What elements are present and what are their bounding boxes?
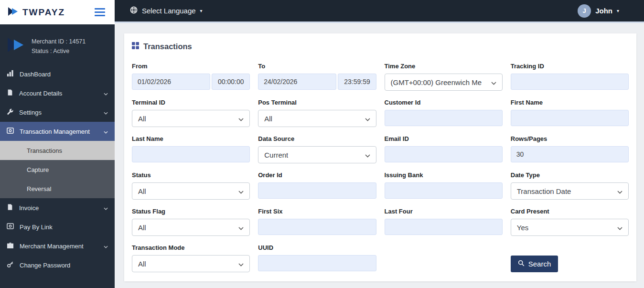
brand-logo-icon [8,7,19,18]
chevron-down-icon [491,78,496,86]
chevron-down-icon [104,204,108,212]
sidebar-item-label: Account Details [19,90,62,97]
sidebar-item-merchant-management[interactable]: Merchant Management [0,236,115,256]
chevron-down-icon [617,224,623,232]
sidebar-nav: DashBoard Account Details Settings Trans… [0,64,115,288]
sidebar-item-label: Invoice [19,204,39,212]
page-title-text: Transactions [143,42,192,51]
field-pos-terminal: Pos Terminal All [258,99,376,127]
hamburger-menu-icon[interactable] [93,6,107,18]
chevron-down-icon: ▾ [617,9,619,13]
field-label: Terminal ID [132,99,250,106]
date-type-select[interactable]: Transaction Date [511,182,629,200]
sidebar-item-invoice[interactable]: Invoice [0,198,115,217]
field-label: Card Present [511,208,629,215]
from-date-input[interactable] [132,74,210,90]
search-button[interactable]: Search [511,256,558,272]
brand-name: TWPAYZ [22,7,65,18]
bar-chart-icon [7,70,14,78]
chevron-down-icon [617,187,623,195]
transactions-card: Transactions From To [124,33,636,281]
merchant-info: Merchant ID : 14571 Status : Active [0,24,115,64]
uuid-input[interactable] [258,255,376,271]
terminal-id-select[interactable]: All [132,110,250,127]
field-to: To [258,63,376,91]
field-label: To [258,63,376,70]
file-icon [7,89,13,97]
sidebar-subitem-reversal[interactable]: Reversal [0,179,115,198]
to-date-input[interactable] [258,74,336,90]
language-label: Select Language [142,7,196,15]
from-time-input[interactable] [212,74,250,90]
field-customer-id: Customer Id [385,99,503,127]
field-status: Status All [132,171,250,200]
sidebar-item-pay-by-link[interactable]: Pay By Link [0,217,115,236]
field-label: Order Id [258,171,376,179]
field-first-name: First Name [511,99,629,127]
topbar: Select Language ▾ J John ▾ [115,0,644,23]
globe-icon [130,6,138,15]
field-first-six: First Six [258,208,376,236]
issuing-bank-input[interactable] [385,182,503,199]
field-label: From [132,63,250,70]
language-dropdown[interactable]: Select Language ▾ [130,6,203,15]
field-label: Data Source [258,135,376,142]
customer-id-input[interactable] [385,110,503,126]
data-source-select[interactable]: Current [258,146,376,163]
chevron-down-icon [238,260,244,268]
status-select[interactable]: All [132,182,250,200]
field-label: First Name [511,99,629,106]
email-id-input[interactable] [385,146,503,162]
sidebar-header: TWPAYZ [0,0,115,24]
submenu-item-label: Capture [27,166,49,173]
field-label: Pos Terminal [258,99,376,106]
sidebar-item-settings[interactable]: Settings [0,103,115,122]
rows-pages-input[interactable] [511,146,629,162]
spacer-cell [385,244,503,272]
last-name-input[interactable] [132,146,250,162]
submenu-item-label: Reversal [27,185,51,192]
to-time-input[interactable] [338,74,376,90]
time-zone-select[interactable]: (GMT+00:00) Greenwich Me [385,74,503,91]
field-last-four: Last Four [385,208,503,236]
field-last-name: Last Name [132,135,250,163]
sidebar-item-dashboard[interactable]: DashBoard [0,64,115,84]
search-icon [518,260,525,268]
chevron-down-icon [238,115,244,123]
key-icon [7,261,14,269]
chevron-down-icon: ▾ [200,9,203,13]
field-tracking-id: Tracking ID [511,63,629,91]
field-label: Email ID [385,135,503,142]
content: Transactions From To [115,23,644,288]
last-four-input[interactable] [385,219,503,235]
chevron-down-icon [238,187,244,195]
avatar: J [578,4,591,18]
sidebar-item-label: Pay By Link [20,224,53,231]
field-label: Status Flag [132,208,250,215]
sidebar-subitem-capture[interactable]: Capture [0,160,115,179]
sidebar-item-label: Merchant Management [20,243,84,250]
invoice-icon [7,203,13,212]
order-id-input[interactable] [258,182,376,199]
transaction-mode-select[interactable]: All [132,255,250,272]
field-label: UUID [258,244,376,251]
sidebar-item-change-password[interactable]: Change Password [0,256,115,275]
sidebar-subitem-transactions[interactable]: Transactions [0,141,115,160]
field-label: Status [132,171,250,179]
user-menu[interactable]: J John ▾ [578,4,619,18]
chevron-down-icon [104,243,108,250]
brand-logo: TWPAYZ [8,7,65,18]
field-issuing-bank: Issuing Bank [385,171,503,200]
user-name: John [595,7,612,15]
card-present-select[interactable]: Yes [511,219,629,236]
pos-terminal-select[interactable]: All [258,110,376,127]
tracking-id-input[interactable] [511,74,629,90]
chevron-down-icon [104,109,108,116]
sidebar-item-account-details[interactable]: Account Details [0,84,115,103]
field-label: First Six [258,208,376,215]
sidebar-item-transaction-management[interactable]: Transaction Management [0,122,115,141]
first-six-input[interactable] [258,219,376,235]
status-flag-select[interactable]: All [132,219,250,236]
field-transaction-mode: Transaction Mode All [132,244,250,272]
first-name-input[interactable] [511,110,629,126]
